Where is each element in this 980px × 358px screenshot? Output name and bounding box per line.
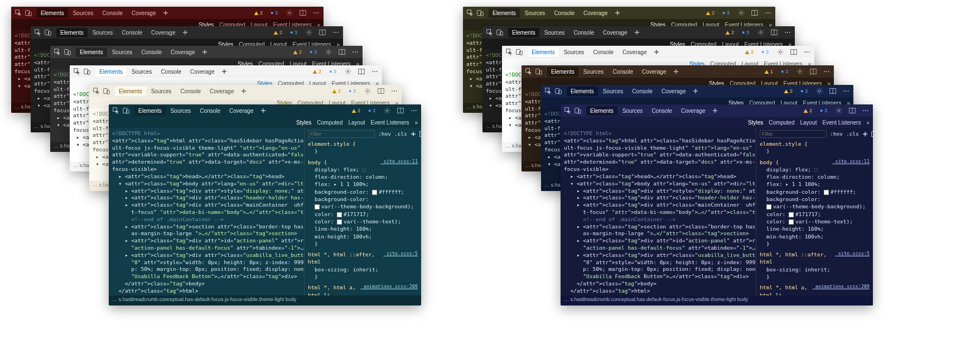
dom-line[interactable]: focus-visible> bbox=[564, 166, 752, 173]
dock-split-icon[interactable] bbox=[358, 68, 365, 75]
device-icon[interactable] bbox=[574, 107, 582, 114]
chevron-more-icon[interactable]: » bbox=[866, 120, 870, 126]
more-icon[interactable] bbox=[823, 68, 831, 75]
tab-console[interactable]: Console bbox=[648, 106, 676, 116]
tab-elements[interactable]: Elements bbox=[76, 47, 107, 57]
style-property[interactable]: color: #171717; bbox=[308, 211, 418, 218]
error-badge[interactable]: ● 3 bbox=[738, 30, 751, 35]
warning-badge[interactable]: 2 bbox=[722, 30, 736, 35]
dom-line[interactable]: <attr">class="tag">html attr">class="has… bbox=[564, 137, 752, 145]
styles-filter-input[interactable] bbox=[760, 130, 827, 138]
warning-badge[interactable]: 2 bbox=[348, 108, 363, 113]
tab-sources[interactable]: Sources bbox=[599, 87, 627, 96]
add-tab-icon[interactable] bbox=[692, 87, 699, 95]
style-rule[interactable]: _animations.scss:209html *, html a, html… bbox=[760, 284, 870, 295]
tab-sources[interactable]: Sources bbox=[560, 47, 588, 57]
style-property[interactable]: line-height: 160%; bbox=[760, 225, 870, 232]
more-icon[interactable] bbox=[312, 9, 320, 17]
settings-icon[interactable] bbox=[835, 107, 843, 114]
dom-line[interactable]: ▸ <attr">class="tag">div attr">class="us… bbox=[564, 252, 752, 259]
inspect-icon[interactable] bbox=[486, 28, 494, 36]
more-icon[interactable] bbox=[410, 107, 418, 114]
dom-line[interactable]: ult-focus js-focus-visible theme-light" … bbox=[112, 145, 301, 152]
breadcrumb[interactable]: … s.hasBreadcrumb.conceptual.has-default… bbox=[109, 295, 421, 306]
tab-coverage[interactable]: Coverage bbox=[658, 87, 689, 96]
error-badge[interactable]: ● 3 bbox=[817, 108, 829, 113]
cls-toggle[interactable]: .cls bbox=[394, 130, 407, 137]
tab-elements[interactable]: Elements bbox=[37, 8, 68, 18]
subtab-layout[interactable]: Layout bbox=[800, 120, 817, 126]
warning-badge[interactable]: 2 bbox=[250, 10, 265, 16]
styles-split-icon[interactable] bbox=[871, 131, 873, 137]
new-rule-icon[interactable] bbox=[862, 131, 868, 137]
dom-line[interactable]: ▸ <attr">class="tag">div attr">class="ma… bbox=[564, 202, 752, 209]
warning-badge[interactable]: 2 bbox=[289, 49, 304, 55]
dom-line[interactable]: attr">variable-support="true" attr">data… bbox=[564, 151, 752, 159]
settings-icon[interactable] bbox=[757, 28, 765, 36]
error-badge[interactable]: ● 3 bbox=[306, 49, 319, 55]
more-icon[interactable] bbox=[784, 28, 791, 36]
add-tab-icon[interactable] bbox=[672, 68, 680, 75]
dom-line[interactable]: ▸ <attr">class="tag">head>…</attr">class… bbox=[112, 173, 301, 180]
style-property[interactable]: color: #171717; bbox=[760, 211, 870, 218]
style-rule[interactable]: _site.scss:5html *, html ::after, htmlbo… bbox=[760, 251, 870, 280]
style-property[interactable]: display: flex; ⬚ bbox=[308, 166, 418, 173]
tab-console[interactable]: Console bbox=[628, 87, 656, 96]
dom-line[interactable]: focus-visible> bbox=[112, 166, 301, 173]
tab-coverage[interactable]: Coverage bbox=[580, 8, 611, 18]
device-icon[interactable] bbox=[83, 68, 91, 75]
dom-line[interactable]: <!--end of .mainContainer --> bbox=[112, 216, 301, 223]
style-rule[interactable]: _site.scss:11body {display: flex; ⬚flex-… bbox=[760, 159, 870, 248]
device-icon[interactable] bbox=[44, 28, 52, 36]
style-property[interactable]: background-color: bbox=[308, 195, 418, 203]
tab-coverage[interactable]: Coverage bbox=[599, 28, 631, 37]
dom-line[interactable]: p: 50%; margin-top: 0px; position: fixed… bbox=[112, 266, 301, 273]
tab-coverage[interactable]: Coverage bbox=[206, 87, 238, 96]
inspect-icon[interactable] bbox=[544, 87, 552, 95]
dom-line[interactable]: </attr">class="tag">body> bbox=[564, 280, 752, 288]
subtab-styles[interactable]: Styles bbox=[296, 120, 311, 126]
chevron-more-icon[interactable]: » bbox=[414, 120, 418, 126]
rule-source-link[interactable]: _site.scss:5 bbox=[836, 251, 870, 257]
tab-coverage[interactable]: Coverage bbox=[147, 28, 179, 37]
style-property[interactable]: } bbox=[308, 240, 418, 247]
dom-line[interactable]: ▸ <attr">class="tag">div attr">id="actio… bbox=[564, 237, 752, 245]
dom-line[interactable]: </attr">class="tag">html> bbox=[112, 288, 301, 295]
dom-line[interactable]: t-focus" "attr">data-bi-name="body">…</"… bbox=[112, 209, 301, 216]
device-icon[interactable] bbox=[476, 9, 484, 17]
tab-console[interactable]: Console bbox=[550, 8, 578, 18]
dock-split-icon[interactable] bbox=[397, 107, 404, 114]
more-icon[interactable] bbox=[862, 107, 870, 114]
device-icon[interactable] bbox=[103, 87, 110, 95]
style-rule[interactable]: _site.scss:11body {display: flex; ⬚flex-… bbox=[308, 159, 418, 248]
warning-badge[interactable]: 1 bbox=[761, 69, 775, 74]
add-tab-icon[interactable] bbox=[633, 28, 641, 36]
add-tab-icon[interactable] bbox=[162, 9, 170, 17]
tab-elements[interactable]: Elements bbox=[528, 47, 559, 57]
dock-split-icon[interactable] bbox=[299, 9, 307, 17]
tab-sources[interactable]: Sources bbox=[147, 87, 176, 96]
tab-elements[interactable]: Elements bbox=[508, 28, 539, 37]
hov-toggle[interactable]: :hov bbox=[378, 130, 391, 137]
dock-split-icon[interactable] bbox=[338, 48, 346, 56]
settings-icon[interactable] bbox=[325, 48, 332, 56]
inspect-icon[interactable] bbox=[112, 107, 120, 114]
style-property[interactable]: color: var(--theme-text); bbox=[308, 218, 418, 225]
device-icon[interactable] bbox=[64, 48, 71, 56]
settings-icon[interactable] bbox=[776, 48, 784, 56]
dom-line[interactable]: "action-panel has-default-focus" attr">t… bbox=[112, 245, 301, 252]
dom-line[interactable]: </attr">class="tag">body> bbox=[112, 280, 301, 288]
add-tab-icon[interactable] bbox=[181, 28, 189, 36]
tab-console[interactable]: Console bbox=[157, 67, 185, 77]
style-property[interactable]: } bbox=[308, 147, 418, 155]
tab-elements[interactable]: Elements bbox=[586, 106, 617, 116]
warning-badge[interactable]: 2 bbox=[741, 49, 756, 55]
style-property[interactable]: display: flex; ⬚ bbox=[760, 166, 870, 173]
style-property[interactable]: flex-direction: column; bbox=[760, 173, 870, 180]
dom-line[interactable]: ▸ <attr">class="tag">div attr">class="he… bbox=[112, 194, 301, 202]
error-badge[interactable]: ● 3 bbox=[267, 10, 280, 16]
dom-line[interactable]: ▸ <attr">class="tag">section attr">class… bbox=[112, 223, 301, 231]
dom-line[interactable]: ▸ <attr">class="tag">div attr">class="ma… bbox=[112, 202, 301, 209]
more-icon[interactable] bbox=[803, 48, 811, 56]
tab-coverage[interactable]: Coverage bbox=[128, 8, 160, 18]
